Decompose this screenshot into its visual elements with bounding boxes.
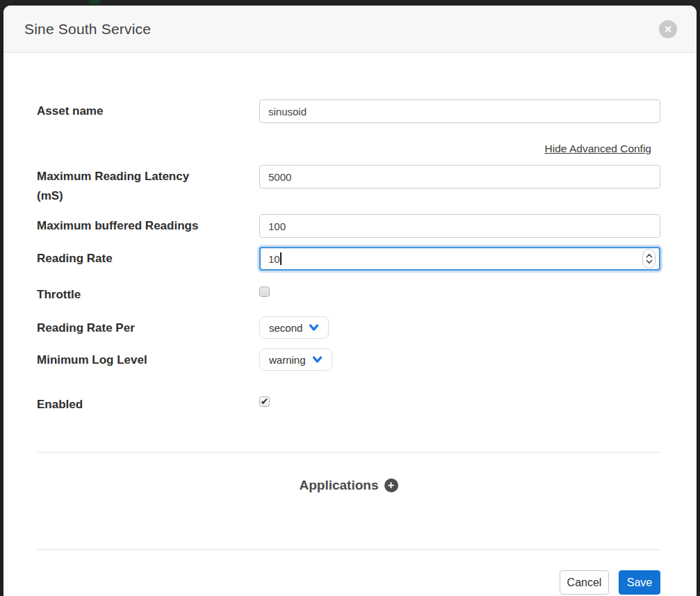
max-buffered-readings-row: Maximum buffered Readings bbox=[37, 214, 660, 238]
chevron-down-icon[interactable] bbox=[646, 259, 653, 264]
reading-rate-per-label: Reading Rate Per bbox=[37, 319, 259, 338]
checkmark-icon: ✔ bbox=[261, 396, 269, 406]
applications-section-header: Applications + bbox=[37, 478, 660, 493]
service-config-modal: Sine South Service ✕ Asset name Hide Adv… bbox=[3, 6, 697, 596]
enabled-label: Enabled bbox=[37, 395, 259, 414]
plus-icon: + bbox=[388, 480, 394, 491]
asset-name-row: Asset name bbox=[37, 99, 660, 123]
max-reading-latency-row: Maximum Reading Latency (mS) bbox=[37, 165, 660, 206]
chevron-down-icon bbox=[312, 355, 323, 364]
number-stepper[interactable] bbox=[642, 249, 656, 268]
modal-footer: Cancel Save bbox=[37, 570, 660, 595]
modal-header: Sine South Service ✕ bbox=[3, 6, 697, 53]
minimum-log-level-row: Minimum Log Level warning bbox=[37, 348, 660, 371]
add-application-button[interactable]: + bbox=[384, 478, 398, 492]
cancel-button[interactable]: Cancel bbox=[560, 570, 609, 595]
reading-rate-row: Reading Rate bbox=[37, 247, 660, 271]
enabled-row: Enabled ✔ bbox=[37, 393, 660, 414]
minimum-log-level-value: warning bbox=[269, 354, 306, 366]
modal-body: Asset name Hide Advanced Config Maximum … bbox=[3, 53, 697, 596]
section-divider bbox=[37, 451, 660, 453]
background-page-fragment bbox=[89, 0, 100, 5]
save-button[interactable]: Save bbox=[619, 570, 660, 595]
modal-title: Sine South Service bbox=[24, 21, 151, 38]
reading-rate-per-value: second bbox=[269, 322, 302, 334]
reading-rate-per-row: Reading Rate Per second bbox=[37, 316, 660, 339]
reading-rate-per-select[interactable]: second bbox=[259, 316, 329, 339]
reading-rate-input[interactable] bbox=[259, 247, 660, 271]
chevron-down-icon bbox=[309, 323, 319, 332]
asset-name-label: Asset name bbox=[37, 102, 259, 121]
text-caret bbox=[280, 252, 282, 265]
applications-title: Applications bbox=[299, 478, 378, 493]
chevron-up-icon[interactable] bbox=[646, 253, 653, 258]
throttle-row: Throttle bbox=[37, 283, 660, 305]
section-divider bbox=[37, 549, 660, 551]
max-reading-latency-label: Maximum Reading Latency (mS) bbox=[37, 167, 259, 206]
minimum-log-level-label: Minimum Log Level bbox=[37, 351, 259, 370]
hide-advanced-config-link[interactable]: Hide Advanced Config bbox=[545, 143, 651, 155]
asset-name-input[interactable] bbox=[259, 99, 660, 123]
throttle-checkbox[interactable] bbox=[259, 287, 270, 297]
minimum-log-level-select[interactable]: warning bbox=[259, 348, 332, 371]
reading-rate-label: Reading Rate bbox=[37, 249, 259, 268]
close-button[interactable]: ✕ bbox=[659, 20, 677, 38]
max-buffered-readings-label: Maximum buffered Readings bbox=[37, 216, 259, 236]
close-icon: ✕ bbox=[664, 24, 672, 34]
throttle-label: Throttle bbox=[37, 285, 259, 305]
max-buffered-readings-input[interactable] bbox=[259, 214, 660, 238]
max-reading-latency-input[interactable] bbox=[259, 165, 660, 188]
enabled-checkbox[interactable]: ✔ bbox=[259, 396, 270, 407]
advanced-config-link-row: Hide Advanced Config bbox=[37, 143, 651, 155]
